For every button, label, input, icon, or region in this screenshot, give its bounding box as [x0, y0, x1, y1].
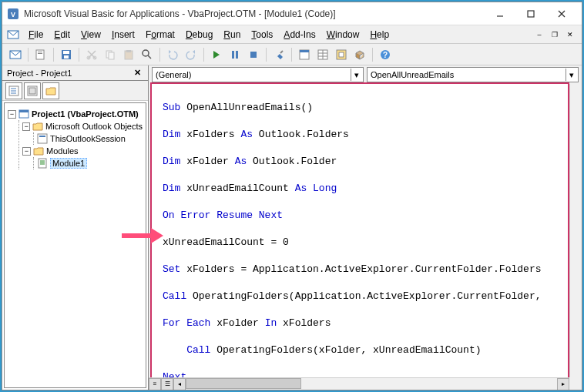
scroll-track[interactable]: [186, 378, 557, 390]
menubar: File Edit View Insert Format Debug Run T…: [2, 25, 582, 44]
toggle-folders-button[interactable]: [42, 82, 59, 99]
svg-rect-12: [63, 51, 69, 54]
project-panel-close-button[interactable]: ✕: [131, 67, 143, 79]
project-panel-title: Project - Project1: [7, 69, 131, 78]
tree-label: ThisOutlookSession: [50, 134, 126, 143]
run-button[interactable]: [208, 46, 225, 63]
mdi-close-button[interactable]: ✕: [563, 28, 577, 41]
scroll-right-button[interactable]: ▸: [557, 378, 569, 390]
svg-rect-17: [109, 52, 114, 59]
menu-help[interactable]: Help: [365, 28, 394, 42]
tree-label: Module1: [50, 158, 87, 169]
view-outlook-button[interactable]: [7, 46, 24, 63]
svg-point-20: [143, 50, 149, 56]
code-highlight-box: Sub OpenAllUnreadEmails() Dim xFolders A…: [150, 82, 569, 390]
project-icon: [18, 109, 29, 119]
outlook-object-icon: [37, 133, 48, 144]
tree-label: Microsoft Outlook Objects: [45, 122, 143, 131]
code-editor-area: (General) ▾ OpenAllUnreadEmails ▾ Sub Op…: [149, 65, 582, 390]
mdi-minimize-button[interactable]: –: [532, 28, 546, 41]
svg-line-21: [148, 55, 151, 59]
project-tree: − Project1 (VbaProject.OTM) − Microsoft …: [4, 102, 146, 388]
tree-label: Modules: [46, 146, 79, 156]
tree-folder-modules[interactable]: − Modules: [22, 145, 143, 157]
view-object-button[interactable]: [24, 82, 41, 99]
svg-rect-19: [126, 50, 131, 52]
menu-view[interactable]: View: [76, 28, 106, 42]
undo-button[interactable]: [164, 46, 181, 63]
help-button[interactable]: ?: [377, 46, 394, 63]
menu-tools[interactable]: Tools: [247, 28, 277, 42]
procedure-selector[interactable]: OpenAllUnreadEmails ▾: [367, 67, 579, 82]
maximize-button[interactable]: [515, 3, 546, 25]
project-panel-toolbar: [2, 81, 148, 101]
tree-item-module1[interactable]: Module1: [37, 157, 143, 169]
folder-icon: [32, 121, 43, 132]
menu-window[interactable]: Window: [322, 28, 364, 42]
svg-rect-10: [38, 53, 42, 54]
svg-text:V: V: [11, 11, 15, 18]
folder-icon: [33, 146, 44, 156]
vba-ide-window: V Microsoft Visual Basic for Application…: [2, 2, 582, 390]
svg-rect-8: [36, 50, 44, 59]
code-selectors: (General) ▾ OpenAllUnreadEmails ▾: [149, 65, 582, 82]
cut-button[interactable]: [83, 46, 100, 63]
svg-rect-24: [250, 52, 257, 58]
save-button[interactable]: [58, 46, 75, 63]
code-editor[interactable]: Sub OpenAllUnreadEmails() Dim xFolders A…: [152, 84, 568, 390]
object-browser-button[interactable]: [333, 46, 350, 63]
svg-rect-42: [19, 110, 29, 112]
svg-rect-3: [528, 11, 534, 17]
properties-button[interactable]: [314, 46, 331, 63]
paste-button[interactable]: [120, 46, 137, 63]
vertical-scrollbar[interactable]: [569, 84, 582, 377]
svg-rect-22: [232, 51, 234, 59]
procedure-selector-value: OpenAllUnreadEmails: [371, 70, 454, 79]
tree-toggle-icon[interactable]: −: [22, 147, 31, 156]
svg-text:?: ?: [383, 51, 388, 59]
view-mode-procedure-button[interactable]: ≡: [149, 378, 161, 390]
menu-format[interactable]: Format: [141, 28, 180, 42]
menu-debug[interactable]: Debug: [181, 28, 217, 42]
close-button[interactable]: [546, 3, 577, 25]
titlebar: V Microsoft Visual Basic for Application…: [2, 2, 582, 25]
mdi-restore-button[interactable]: ❐: [548, 28, 562, 41]
object-selector[interactable]: (General) ▾: [152, 67, 364, 82]
window-controls: [485, 3, 577, 25]
menu-file[interactable]: File: [24, 28, 48, 42]
project-explorer-panel: Project - Project1 ✕ − Project1 (VbaProj…: [2, 65, 149, 390]
break-button[interactable]: [227, 46, 243, 63]
tree-toggle-icon[interactable]: −: [8, 110, 16, 119]
toolbar: ?: [2, 44, 582, 65]
view-code-button[interactable]: [5, 82, 22, 99]
scroll-left-button[interactable]: ◂: [173, 378, 186, 390]
menu-addins[interactable]: Add-Ins: [279, 28, 320, 42]
find-button[interactable]: [139, 46, 156, 63]
vba-app-icon: V: [7, 8, 19, 20]
view-mode-full-button[interactable]: ☰: [161, 378, 173, 390]
insert-module-button[interactable]: [32, 46, 49, 63]
toolbox-button[interactable]: [351, 46, 368, 63]
scroll-thumb[interactable]: [186, 378, 301, 389]
copy-button[interactable]: [102, 46, 119, 63]
main-area: Project - Project1 ✕ − Project1 (VbaProj…: [2, 65, 582, 390]
horizontal-scrollbar[interactable]: ≡ ☰ ◂ ▸: [149, 377, 569, 390]
menu-insert[interactable]: Insert: [107, 28, 139, 42]
tree-folder-outlook-objects[interactable]: − Microsoft Outlook Objects: [22, 120, 143, 132]
svg-rect-9: [38, 52, 42, 52]
tree-toggle-icon[interactable]: −: [22, 122, 30, 131]
reset-button[interactable]: [245, 46, 262, 63]
menu-edit[interactable]: Edit: [49, 28, 75, 42]
minimize-button[interactable]: [485, 3, 515, 25]
object-selector-value: (General): [156, 70, 191, 79]
svg-rect-13: [64, 55, 69, 59]
svg-rect-43: [38, 134, 47, 143]
tree-item-this-outlook-session[interactable]: ThisOutlookSession: [37, 132, 143, 145]
tree-label: Project1 (VbaProject.OTM): [32, 109, 139, 119]
menu-run[interactable]: Run: [219, 28, 245, 42]
tree-root-project[interactable]: − Project1 (VbaProject.OTM): [8, 108, 143, 120]
redo-button[interactable]: [183, 46, 200, 63]
module-icon: [37, 158, 48, 169]
design-mode-button[interactable]: [270, 46, 287, 63]
project-explorer-button[interactable]: [296, 46, 313, 63]
